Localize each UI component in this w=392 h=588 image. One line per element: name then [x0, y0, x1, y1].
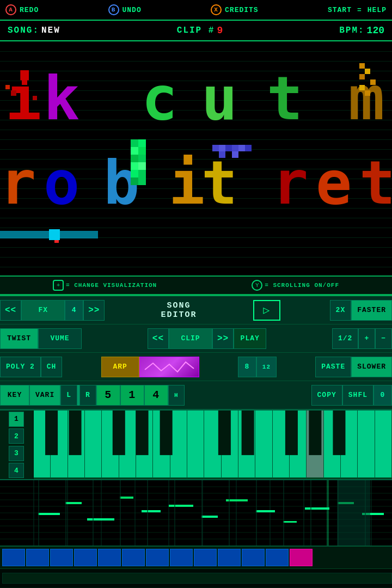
key-e2[interactable]: [187, 411, 204, 479]
key-b[interactable]: [136, 411, 153, 479]
svg-rect-17: [245, 145, 252, 151]
key-g3[interactable]: [341, 411, 358, 479]
num-1: 1: [120, 385, 144, 406]
track-block-7[interactable]: [146, 549, 169, 566]
piano-tab-4[interactable]: 4: [9, 463, 24, 478]
svg-rect-90: [338, 480, 370, 546]
key-f[interactable]: [85, 411, 102, 479]
pixel-cluster-orange: [316, 58, 381, 123]
next-fx-btn[interactable]: >>: [83, 300, 105, 321]
track-block-2[interactable]: [26, 549, 49, 566]
track-block-5[interactable]: [98, 549, 121, 566]
faster-btn[interactable]: FASTER: [351, 300, 392, 321]
track-row-2: [0, 569, 392, 587]
viz-char-u: u: [201, 69, 237, 128]
twist-btn[interactable]: TWIST: [0, 328, 38, 349]
key-g[interactable]: [102, 411, 119, 479]
svg-rect-78: [93, 480, 94, 546]
key-d3[interactable]: [290, 411, 307, 479]
svg-rect-83: [229, 480, 230, 546]
visualization-area: i k c u t m r o b i t r e t: [0, 41, 392, 275]
track-block-8[interactable]: [170, 549, 193, 566]
track-block-11[interactable]: [242, 549, 265, 566]
vari-btn[interactable]: VARI: [29, 385, 60, 406]
key-d2[interactable]: [170, 411, 187, 479]
num-0: 0: [373, 385, 392, 406]
track-block-active[interactable]: [290, 549, 313, 566]
key-g2[interactable]: [222, 411, 238, 479]
svg-rect-80: [147, 480, 148, 546]
fx-num: 4: [65, 300, 83, 321]
play-label[interactable]: PLAY: [234, 328, 266, 349]
svg-rect-18: [219, 151, 225, 158]
copy-btn[interactable]: COPY: [311, 385, 342, 406]
piano-area: 1 2 3 4: [0, 409, 392, 480]
prev-clip-btn[interactable]: <<: [148, 328, 169, 349]
track-block-3[interactable]: [50, 549, 73, 566]
piano-tab-3[interactable]: 3: [9, 446, 24, 461]
minus-btn[interactable]: −: [375, 328, 392, 349]
svg-rect-23: [370, 79, 376, 85]
svg-rect-31: [49, 229, 60, 240]
info-bar: SONG: NEW CLIP # 9 BPM: 120: [0, 21, 392, 41]
track-block-10[interactable]: [218, 549, 241, 566]
key-b2[interactable]: [255, 411, 272, 479]
key-a[interactable]: [119, 411, 136, 479]
key-c3[interactable]: [273, 411, 290, 479]
credits-btn[interactable]: X CREDITS: [211, 4, 259, 15]
undo-btn[interactable]: B UNDO: [108, 4, 142, 15]
viz-char-e: e: [316, 153, 352, 213]
key-c2[interactable]: [153, 411, 170, 479]
help-btn[interactable]: START = HELP: [328, 6, 387, 14]
svg-rect-89: [327, 480, 329, 546]
key-a3[interactable]: [358, 411, 375, 479]
key-btn[interactable]: KEY: [0, 385, 29, 406]
controls-row-1: << FX 4 >> SONG EDITOR ▷ 2X FASTER: [0, 296, 392, 324]
pixel-cluster-green: [120, 139, 185, 226]
viz-char-tr: t: [359, 153, 392, 213]
piano-tab-2[interactable]: 2: [9, 428, 24, 444]
l-btn[interactable]: L: [60, 385, 77, 406]
svg-rect-19: [232, 151, 238, 158]
key-d[interactable]: [51, 411, 68, 479]
track-block-12[interactable]: [266, 549, 289, 566]
track-block-1[interactable]: [2, 549, 25, 566]
slower-btn[interactable]: SLOWER: [351, 357, 392, 377]
paste-btn[interactable]: PASTE: [315, 357, 351, 377]
svg-rect-16: [238, 145, 245, 151]
arp-btn[interactable]: ARP: [101, 357, 139, 377]
svg-rect-6: [131, 162, 138, 170]
svg-rect-14: [225, 145, 232, 151]
2x-btn[interactable]: 2X: [330, 300, 352, 321]
redo-btn[interactable]: A REDO: [5, 4, 39, 15]
shfl-btn[interactable]: SHFL: [342, 385, 373, 406]
track-block-9[interactable]: [194, 549, 217, 566]
hint-bar: + = CHANGE VISUALIZATION Y = SCROLLING O…: [0, 275, 392, 295]
svg-rect-21: [365, 69, 370, 74]
track-block-4[interactable]: [74, 549, 97, 566]
svg-rect-72: [283, 521, 297, 523]
prev-fx-btn[interactable]: <<: [0, 300, 21, 321]
play-btn[interactable]: ▷: [253, 300, 280, 321]
piano-tab-1[interactable]: 1: [9, 412, 24, 427]
scroll-hint-icon: Y: [252, 280, 262, 291]
key-a2[interactable]: [238, 411, 255, 479]
svg-rect-68: [169, 505, 193, 507]
key-f3[interactable]: [324, 411, 341, 479]
key-b3[interactable]: [375, 411, 392, 479]
controls-row-4: KEY VARI L R 5 1 4 H COPY SHFL 0: [0, 381, 392, 409]
half-btn[interactable]: 1/2: [332, 328, 358, 349]
r-btn[interactable]: R: [79, 385, 96, 406]
clip-prefix: CLIP #: [177, 26, 215, 35]
key-e[interactable]: [68, 411, 85, 479]
key-f2[interactable]: [204, 411, 221, 479]
svg-rect-10: [131, 177, 138, 185]
fx-btn[interactable]: FX: [21, 300, 65, 321]
track-block-6[interactable]: [122, 549, 145, 566]
key-e3[interactable]: [307, 411, 323, 479]
controls-row-2: TWIST VUME << CLIP >> PLAY 1/2 + −: [0, 324, 392, 353]
plus-btn[interactable]: +: [358, 328, 375, 349]
next-clip-btn[interactable]: >>: [212, 328, 234, 349]
poly2-btn[interactable]: POLY 2: [0, 357, 41, 377]
key-c[interactable]: [34, 411, 51, 479]
